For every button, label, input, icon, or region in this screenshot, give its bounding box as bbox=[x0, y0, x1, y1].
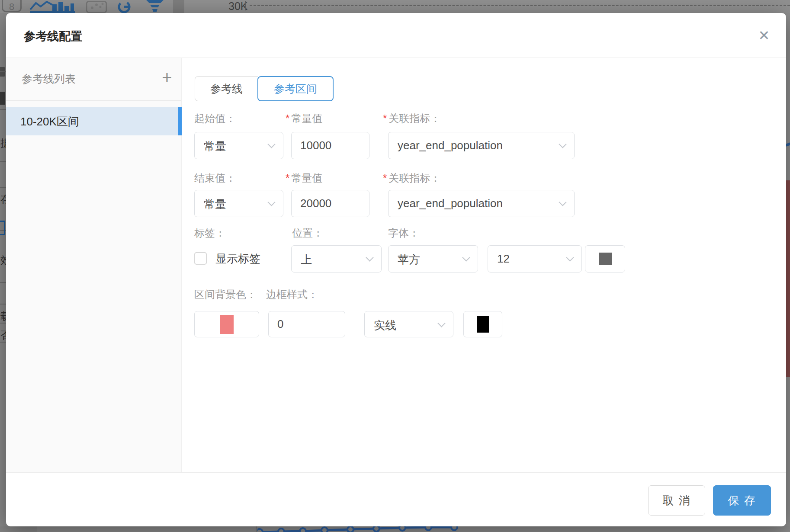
label-section-label: 标签： bbox=[194, 226, 225, 240]
position-label: 位置： bbox=[292, 226, 323, 240]
required-mark: * bbox=[286, 112, 289, 124]
list-panel-header: 参考线列表 + bbox=[6, 58, 181, 100]
gridline-dashed bbox=[250, 5, 790, 6]
required-mark: * bbox=[383, 172, 387, 184]
start-value-label: 起始值： bbox=[194, 112, 236, 125]
reference-band-fragment bbox=[786, 180, 790, 377]
list-item-label: 10-20K区间 bbox=[20, 114, 79, 129]
font-label: 字体： bbox=[388, 226, 419, 240]
border-style-select[interactable]: 实线 bbox=[364, 311, 453, 337]
border-style-label: 边框样式： bbox=[266, 288, 318, 301]
required-mark: * bbox=[383, 112, 387, 124]
reference-line-config-dialog: 参考线配置 ✕ 参考线列表 + 10-20K区间 参考线 参考区间 起始值： *… bbox=[6, 13, 786, 526]
selected-indicator-stripe bbox=[178, 107, 182, 135]
chart-type-toolbar: 8 30K bbox=[0, 0, 790, 13]
tab-reference-interval[interactable]: 参考区间 bbox=[257, 76, 334, 101]
start-metric-select[interactable]: year_end_population bbox=[388, 132, 575, 159]
clipped-label: 载 bbox=[0, 309, 6, 323]
y-axis-tick bbox=[245, 1, 246, 10]
start-type-select[interactable]: 常量 bbox=[194, 132, 283, 159]
reference-line-list-panel: 参考线列表 + 10-20K区间 bbox=[6, 58, 182, 472]
end-metric-label: *关联指标： bbox=[383, 171, 440, 185]
line-chart-fragment bbox=[257, 526, 465, 532]
clipped-input-fragment bbox=[0, 221, 5, 235]
list-header-divider bbox=[6, 100, 181, 101]
end-metric-select[interactable]: year_end_population bbox=[388, 190, 575, 217]
required-mark: * bbox=[286, 172, 289, 184]
font-color-picker[interactable] bbox=[585, 245, 625, 272]
end-const-input[interactable] bbox=[291, 190, 369, 217]
chevron-down-icon bbox=[366, 253, 373, 261]
dialog-header: 参考线配置 ✕ bbox=[6, 13, 786, 58]
border-color-swatch bbox=[477, 316, 489, 333]
record-count-icon: 8 bbox=[2, 0, 22, 12]
tab-reference-line[interactable]: 参考线 bbox=[195, 76, 258, 101]
border-color-picker[interactable] bbox=[463, 311, 502, 337]
chevron-down-icon bbox=[462, 253, 470, 261]
clipped-label: 据 bbox=[0, 136, 6, 150]
show-label-checkbox[interactable] bbox=[194, 252, 207, 265]
chevron-down-icon bbox=[267, 198, 275, 206]
list-panel-title: 参考线列表 bbox=[22, 72, 76, 86]
chart-bottom-strip bbox=[0, 526, 790, 532]
line-chart-icon bbox=[29, 0, 54, 13]
footer-divider bbox=[6, 472, 786, 473]
left-panel-edge: 据 存 效 载 否 bbox=[0, 13, 6, 532]
dialog-title: 参考线配置 bbox=[24, 29, 82, 44]
start-const-label: *常量值 bbox=[286, 112, 322, 125]
clipped-label: 否 bbox=[0, 328, 6, 342]
band-bg-color-swatch bbox=[220, 315, 234, 334]
chevron-down-icon bbox=[559, 198, 566, 206]
border-width-input[interactable] bbox=[268, 311, 345, 337]
band-bg-color-picker[interactable] bbox=[194, 311, 259, 337]
panel-icon-fragment bbox=[0, 92, 5, 105]
close-icon[interactable]: ✕ bbox=[755, 26, 774, 45]
scatter-chart-icon bbox=[86, 0, 107, 13]
bar-chart-icon bbox=[51, 0, 75, 13]
clipped-label: 存 bbox=[0, 192, 6, 206]
font-family-select[interactable]: 苹方 bbox=[388, 245, 478, 272]
font-color-swatch bbox=[599, 253, 612, 265]
cancel-button[interactable]: 取 消 bbox=[648, 485, 705, 516]
end-value-label: 结束值： bbox=[194, 171, 236, 185]
save-button[interactable]: 保 存 bbox=[713, 485, 771, 516]
chevron-down-icon bbox=[566, 253, 574, 261]
toolbar-divider bbox=[173, 0, 184, 13]
band-bg-color-label: 区间背景色： bbox=[194, 288, 257, 301]
chevron-down-icon bbox=[559, 140, 566, 148]
clipped-label: 效 bbox=[0, 253, 6, 267]
start-const-input[interactable] bbox=[291, 132, 369, 159]
chevron-down-icon bbox=[267, 140, 275, 148]
pie-chart-icon bbox=[116, 0, 133, 13]
chevron-down-icon bbox=[437, 319, 445, 327]
end-type-select[interactable]: 常量 bbox=[194, 190, 283, 217]
start-metric-label: *关联指标： bbox=[383, 112, 440, 125]
axis-divider bbox=[256, 526, 257, 532]
add-reference-line-button[interactable]: + bbox=[155, 66, 179, 90]
show-label-text: 显示标签 bbox=[215, 251, 260, 266]
list-item-selected[interactable]: 10-20K区间 bbox=[6, 107, 182, 135]
funnel-chart-icon bbox=[146, 0, 164, 13]
font-size-select[interactable]: 12 bbox=[488, 245, 582, 272]
end-const-label: *常量值 bbox=[286, 171, 322, 185]
position-select[interactable]: 上 bbox=[291, 245, 382, 272]
